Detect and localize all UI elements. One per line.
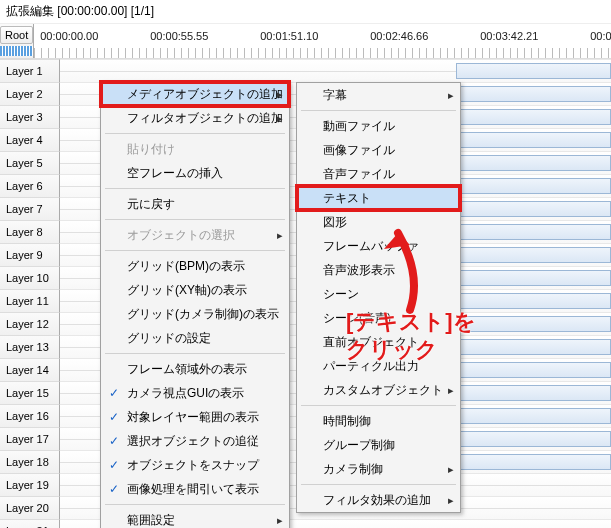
clip-object[interactable] bbox=[456, 408, 611, 424]
layer-row: Layer 1 bbox=[0, 59, 611, 82]
layer-header[interactable]: Layer 21 bbox=[0, 519, 60, 528]
submenu-item-filter-effect[interactable]: フィルタ効果の追加 bbox=[297, 488, 460, 512]
layer-header[interactable]: Layer 1 bbox=[0, 59, 60, 82]
submenu-item-audio-file[interactable]: 音声ファイル bbox=[297, 162, 460, 186]
menu-item-paste: 貼り付け bbox=[101, 137, 289, 161]
menu-item-snap-object[interactable]: オブジェクトをスナップ bbox=[101, 453, 289, 477]
layer-header[interactable]: Layer 9 bbox=[0, 243, 60, 266]
layer-header[interactable]: Layer 5 bbox=[0, 151, 60, 174]
submenu-item-particle-out[interactable]: パーティクル出力 bbox=[297, 354, 460, 378]
root-cell: Root bbox=[0, 24, 34, 58]
menu-separator bbox=[301, 110, 456, 111]
menu-separator bbox=[105, 219, 285, 220]
menu-separator bbox=[105, 250, 285, 251]
context-menu-main: メディアオブジェクトの追加 フィルタオブジェクトの追加 貼り付け 空フレームの挿… bbox=[100, 81, 290, 528]
submenu-item-shape[interactable]: 図形 bbox=[297, 210, 460, 234]
submenu-item-prev-object[interactable]: 直前オブジェクト bbox=[297, 330, 460, 354]
clip-object[interactable] bbox=[456, 201, 611, 217]
layer-header[interactable]: Layer 2 bbox=[0, 82, 60, 105]
menu-separator bbox=[105, 504, 285, 505]
menu-separator bbox=[301, 484, 456, 485]
menu-item-undo[interactable]: 元に戻す bbox=[101, 192, 289, 216]
submenu-item-group-ctrl[interactable]: グループ制御 bbox=[297, 433, 460, 457]
menu-item-thinning[interactable]: 画像処理を間引いて表示 bbox=[101, 477, 289, 501]
menu-item-object-select: オブジェクトの選択 bbox=[101, 223, 289, 247]
submenu-item-scene[interactable]: シーン bbox=[297, 282, 460, 306]
layer-header[interactable]: Layer 8 bbox=[0, 220, 60, 243]
clip-object[interactable] bbox=[456, 63, 611, 79]
layer-header[interactable]: Layer 12 bbox=[0, 312, 60, 335]
clip-object[interactable] bbox=[456, 132, 611, 148]
clip-object[interactable] bbox=[456, 362, 611, 378]
submenu-item-scene-audio[interactable]: シーン(音声) bbox=[297, 306, 460, 330]
layer-header[interactable]: Layer 14 bbox=[0, 358, 60, 381]
layer-header[interactable]: Layer 20 bbox=[0, 496, 60, 519]
layer-header[interactable]: Layer 13 bbox=[0, 335, 60, 358]
clip-object[interactable] bbox=[456, 385, 611, 401]
menu-separator bbox=[105, 353, 285, 354]
submenu-item-text[interactable]: テキスト bbox=[297, 186, 460, 210]
menu-item-grid-cam[interactable]: グリッド(カメラ制御)の表示 bbox=[101, 302, 289, 326]
clip-object[interactable] bbox=[456, 454, 611, 470]
clip-object[interactable] bbox=[456, 86, 611, 102]
submenu-item-image-file[interactable]: 画像ファイル bbox=[297, 138, 460, 162]
root-button[interactable]: Root bbox=[0, 26, 33, 44]
clip-object[interactable] bbox=[456, 431, 611, 447]
layer-header[interactable]: Layer 19 bbox=[0, 473, 60, 496]
submenu-item-audio-wave[interactable]: 音声波形表示 bbox=[297, 258, 460, 282]
submenu-item-custom-object[interactable]: カスタムオブジェクト bbox=[297, 378, 460, 402]
clip-object[interactable] bbox=[456, 293, 611, 309]
clip-object[interactable] bbox=[456, 224, 611, 240]
menu-separator bbox=[105, 133, 285, 134]
submenu-item-subtitle[interactable]: 字幕 bbox=[297, 83, 460, 107]
menu-item-follow-selection[interactable]: 選択オブジェクトの追従 bbox=[101, 429, 289, 453]
submenu-item-video-file[interactable]: 動画ファイル bbox=[297, 114, 460, 138]
menu-item-grid-set[interactable]: グリッドの設定 bbox=[101, 326, 289, 350]
context-menu-media-objects: 字幕 動画ファイル 画像ファイル 音声ファイル テキスト 図形 フレームバッファ… bbox=[296, 82, 461, 513]
clip-object[interactable] bbox=[456, 270, 611, 286]
ruler-bar: Root 00:00:00.00 00:00:55.55 00:01:51.10… bbox=[0, 24, 611, 59]
submenu-item-time-ctrl[interactable]: 時間制御 bbox=[297, 409, 460, 433]
submenu-item-camera-ctrl[interactable]: カメラ制御 bbox=[297, 457, 460, 481]
submenu-item-frame-buffer[interactable]: フレームバッファ bbox=[297, 234, 460, 258]
layer-header[interactable]: Layer 3 bbox=[0, 105, 60, 128]
clip-object[interactable] bbox=[456, 178, 611, 194]
layer-header[interactable]: Layer 18 bbox=[0, 450, 60, 473]
layer-header[interactable]: Layer 15 bbox=[0, 381, 60, 404]
clip-object[interactable] bbox=[456, 339, 611, 355]
menu-item-filter-add[interactable]: フィルタオブジェクトの追加 bbox=[101, 106, 289, 130]
menu-item-insert-empty[interactable]: 空フレームの挿入 bbox=[101, 161, 289, 185]
layer-header[interactable]: Layer 6 bbox=[0, 174, 60, 197]
layer-track[interactable] bbox=[60, 59, 611, 82]
menu-item-outside-frame[interactable]: フレーム領域外の表示 bbox=[101, 357, 289, 381]
layer-header[interactable]: Layer 10 bbox=[0, 266, 60, 289]
layer-header[interactable]: Layer 7 bbox=[0, 197, 60, 220]
menu-item-range-set[interactable]: 範囲設定 bbox=[101, 508, 289, 528]
menu-separator bbox=[301, 405, 456, 406]
menu-item-media-add[interactable]: メディアオブジェクトの追加 bbox=[101, 82, 289, 106]
layer-header[interactable]: Layer 17 bbox=[0, 427, 60, 450]
clip-object[interactable] bbox=[456, 316, 611, 332]
layer-header[interactable]: Layer 4 bbox=[0, 128, 60, 151]
menu-item-grid-xy[interactable]: グリッド(XY軸)の表示 bbox=[101, 278, 289, 302]
layer-header[interactable]: Layer 11 bbox=[0, 289, 60, 312]
time-ruler[interactable]: 00:00:00.00 00:00:55.55 00:01:51.10 00:0… bbox=[34, 24, 611, 58]
menu-item-grid-bpm[interactable]: グリッド(BPM)の表示 bbox=[101, 254, 289, 278]
layer-header[interactable]: Layer 16 bbox=[0, 404, 60, 427]
clip-object[interactable] bbox=[456, 155, 611, 171]
menu-separator bbox=[105, 188, 285, 189]
root-wave-icon bbox=[0, 46, 33, 56]
menu-item-target-layer[interactable]: 対象レイヤー範囲の表示 bbox=[101, 405, 289, 429]
clip-object[interactable] bbox=[456, 247, 611, 263]
menu-item-camera-gui[interactable]: カメラ視点GUIの表示 bbox=[101, 381, 289, 405]
layer-row: Layer 21 bbox=[0, 519, 611, 528]
clip-object[interactable] bbox=[456, 109, 611, 125]
window-title: 拡張編集 [00:00:00.00] [1/1] bbox=[0, 0, 611, 24]
